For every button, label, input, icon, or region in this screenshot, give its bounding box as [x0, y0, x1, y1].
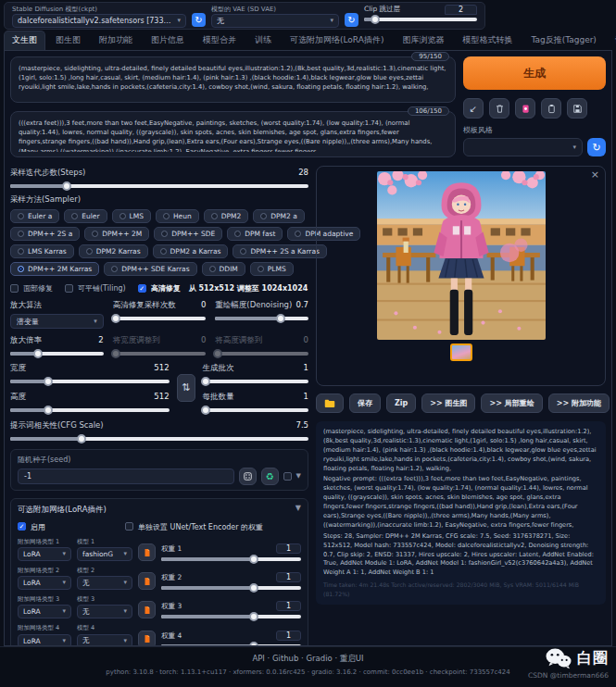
lora-weight-slider[interactable]	[161, 557, 301, 561]
reuse-seed-button[interactable]: ♻	[261, 468, 279, 485]
refresh-styles-button[interactable]: ↻	[587, 138, 606, 156]
sampler-option[interactable]: DPM++ SDE	[154, 227, 222, 241]
generate-button[interactable]: 生成	[463, 56, 606, 90]
chevron-down-icon: ▾	[123, 580, 127, 586]
sampler-option[interactable]: DPM2 Karras	[79, 244, 148, 258]
styles-select[interactable]: ▾	[463, 138, 583, 156]
sampler-option[interactable]: PLMS	[250, 262, 294, 276]
sampler-option[interactable]: Euler a	[10, 209, 59, 223]
sampler-option[interactable]: DPM++ SDE Karras	[104, 262, 196, 276]
tiling-checkbox[interactable]	[65, 284, 73, 293]
sampler-option[interactable]: DDIM	[202, 262, 245, 276]
open-folder-button[interactable]	[316, 393, 344, 413]
save-style-button[interactable]	[567, 98, 587, 119]
tab-image-browser[interactable]: 图库浏览器	[394, 31, 452, 50]
upscale-by-slider[interactable]	[10, 352, 104, 356]
lora-type-select[interactable]: LoRA▾	[18, 576, 71, 590]
upscaler-select[interactable]: 潜变量▾	[10, 314, 104, 329]
tab-settings[interactable]: 设置	[607, 31, 616, 50]
tab-train[interactable]: 训练	[246, 31, 280, 50]
lora-type-select[interactable]: LoRA▾	[18, 547, 71, 561]
face-restore-checkbox[interactable]	[10, 284, 19, 293]
denoise-slider[interactable]	[215, 317, 308, 320]
clip-skip-slider[interactable]	[364, 18, 477, 21]
chevron-down-icon: ▾	[123, 551, 127, 557]
batch-size-slider[interactable]	[203, 408, 308, 412]
tab-additional-networks[interactable]: 可选附加网络(LoRA插件)	[282, 31, 392, 50]
height-slider[interactable]	[10, 408, 170, 412]
apply-style-button[interactable]	[541, 98, 561, 119]
tab-img2img[interactable]: 图生图	[47, 31, 89, 50]
gallery-thumbnail[interactable]	[450, 344, 472, 361]
tab-model-converter[interactable]: 模型格式转换	[454, 31, 521, 50]
sampler-option[interactable]: DPM fast	[227, 227, 283, 241]
lora-weight-slider[interactable]	[161, 615, 301, 618]
addnet-enable-checkbox[interactable]: ✓	[18, 522, 26, 531]
refresh-vae-button[interactable]: ↻	[345, 13, 358, 27]
sampler-option[interactable]: DPM++ 2M	[84, 227, 149, 241]
hires-checkbox[interactable]: ✓	[138, 284, 146, 293]
refresh-checkpoint-button[interactable]: ↻	[192, 13, 206, 27]
sampler-option[interactable]: Euler	[64, 209, 107, 223]
paste-params-button[interactable]: ↙	[463, 98, 484, 119]
tab-txt2img[interactable]: 文生图	[4, 31, 45, 50]
lora-model-select[interactable]: fashionG▾	[77, 547, 132, 561]
send-to-inpaint-button[interactable]: >> 局部重绘	[481, 393, 542, 413]
send-to-extras-button[interactable]: >> 附加功能	[548, 393, 610, 413]
sampler-option-selected[interactable]: DPM++ 2M Karras	[10, 262, 99, 276]
tab-png-info[interactable]: 图片信息	[143, 31, 193, 50]
footer-links[interactable]: API · Github · Gradio · 重启UI	[0, 654, 616, 665]
clear-prompt-button[interactable]	[489, 98, 509, 119]
chevron-down-icon: ▼	[295, 505, 301, 516]
tab-tagger[interactable]: Tag反推(Tagger)	[522, 31, 604, 50]
face-restore-label: 面部修复	[23, 283, 53, 294]
sampler-option[interactable]: Heun	[156, 209, 199, 223]
lora-weight-value[interactable]: 1	[276, 601, 301, 611]
swap-dimensions-button[interactable]: ⇅	[177, 374, 195, 402]
generated-image[interactable]	[377, 171, 546, 340]
checkpoint-select[interactable]: dalceforealistictallyv2.safetensors [733…	[12, 14, 186, 28]
sampler-option[interactable]: DPM2 a Karras	[153, 244, 229, 258]
vae-select[interactable]: 无 ▾	[211, 14, 339, 28]
lora-weight-value[interactable]: 1	[276, 543, 301, 554]
zip-button[interactable]: Zip	[386, 393, 416, 413]
sampler-option[interactable]: DPM2	[204, 209, 249, 223]
extra-networks-button[interactable]	[515, 98, 535, 119]
lora-weight-value[interactable]: 1	[276, 631, 301, 641]
lora-metadata-button[interactable]	[138, 631, 156, 647]
sampler-option[interactable]: DPM++ 2S a	[10, 227, 80, 241]
addnet-separate-checkbox[interactable]	[125, 522, 133, 531]
lora-metadata-button[interactable]	[138, 601, 156, 618]
lora-type-select[interactable]: LoRA▾	[18, 634, 71, 647]
tab-extras[interactable]: 附加功能	[91, 31, 141, 50]
tab-checkpoint-merger[interactable]: 模型合并	[195, 31, 245, 50]
lora-model-select[interactable]: 无▾	[77, 605, 132, 618]
seed-extra-checkbox[interactable]	[283, 472, 292, 481]
send-to-img2img-button[interactable]: >> 图生图	[421, 393, 475, 413]
sampler-option[interactable]: LMS Karras	[10, 244, 74, 258]
lora-model-select[interactable]: 无▾	[77, 576, 132, 590]
lora-model-select[interactable]: 无▾	[77, 634, 132, 647]
negative-prompt-input[interactable]: (((extra feet))),3 feet,more than two fe…	[19, 119, 447, 152]
lora-metadata-button[interactable]	[138, 543, 156, 561]
hires-steps-slider[interactable]	[113, 317, 207, 320]
lora-type-select[interactable]: LoRA▾	[18, 605, 71, 618]
additional-networks-header[interactable]: 可选附加网络(LoRA插件) ▼	[18, 505, 301, 516]
sampler-option[interactable]: DPM++ 2S a Karras	[233, 244, 327, 258]
save-image-button[interactable]: 保存	[349, 393, 381, 413]
cfg-slider[interactable]	[10, 437, 308, 441]
lora-weight-slider[interactable]	[161, 586, 301, 590]
resize-width-slider[interactable]	[113, 352, 207, 356]
sampler-option[interactable]: DPM2 a	[253, 209, 305, 223]
lora-weight-value[interactable]: 1	[276, 572, 301, 582]
seed-input[interactable]: -1	[18, 468, 234, 484]
close-icon[interactable]: ×	[591, 169, 599, 181]
width-slider[interactable]	[10, 380, 170, 383]
steps-slider[interactable]	[10, 184, 308, 188]
sampler-option[interactable]: LMS	[112, 209, 151, 223]
prompt-input[interactable]: (masterpiece, sidelighting, ultra-detail…	[19, 64, 447, 97]
resize-height-slider[interactable]	[215, 352, 308, 356]
random-seed-button[interactable]	[239, 468, 257, 485]
lora-metadata-button[interactable]	[138, 572, 156, 590]
batch-count-slider[interactable]	[203, 380, 308, 383]
